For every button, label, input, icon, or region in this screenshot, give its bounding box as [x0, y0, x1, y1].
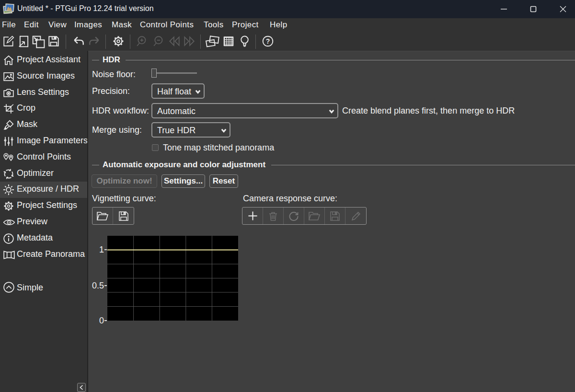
svg-text:?: ?	[266, 37, 270, 45]
